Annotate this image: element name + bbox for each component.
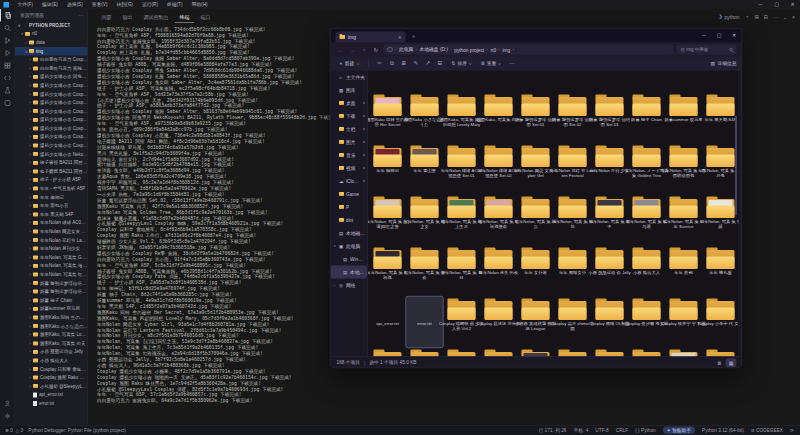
breadcrumb-item[interactable]: python project	[453, 47, 485, 53]
file-tile[interactable]: 年年 旗袍	[665, 246, 702, 297]
panel-tab[interactable]: 终端	[175, 12, 194, 23]
file-tile[interactable]: 年年Nolan, 写真 集 插花	[554, 195, 591, 246]
nav-item[interactable]: 图库	[331, 84, 368, 97]
file-tile[interactable]: 年年Nolan, 写真 集 [幻境]回忆之茶	[369, 195, 406, 246]
tree-item[interactable]: › 年年 面包小丑	[15, 201, 88, 210]
tree-item[interactable]: › 妖薑 蟹朝运梦浮仙侣图 Set.01	[15, 279, 88, 288]
close-panel-icon[interactable]: ×	[792, 14, 795, 20]
file-tile[interactable]: 小酋 狐仙大人	[628, 246, 665, 297]
tree-item[interactable]: api_error.txt	[15, 391, 88, 400]
back-icon[interactable]: ←	[336, 47, 345, 53]
file-tile[interactable]: Cosplay 雅图 Raku 蛛丝黑色	[554, 348, 591, 357]
close-icon[interactable]: ✕	[785, 0, 800, 9]
tree-item[interactable]: › 爆机少女喵小吉 同兔黑月 Ne..	[15, 73, 88, 82]
file-tile[interactable]: Cosplay 小仓千 代 女仆	[702, 297, 739, 348]
tree-item[interactable]: › 爆机少女喵小吉 Cosplay 黑兔	[15, 90, 88, 99]
file-tile[interactable]: 雅图Kaku 回转 生の秘密 Her Secret	[369, 93, 406, 144]
file-tile[interactable]: 年年Nolan 球球 AC08 报恩使 Set.02	[480, 144, 517, 195]
split-terminal-icon[interactable]: ⊞	[754, 14, 758, 20]
tree-item[interactable]: › 雅图Kaku 小さな恋のうた	[15, 322, 88, 331]
file-tile[interactable]: Cosplay 奈汐酱 兔女郎	[628, 297, 665, 348]
tree-item[interactable]: › 白白爱吃巧克力 Cosplay 关小雨	[15, 55, 88, 64]
tree-item[interactable]: › 年年Nolan, 写真集 红玫瑰茶会	[15, 270, 88, 279]
tree-item[interactable]: › 爆机少女喵小吉 Cosplay 礼服	[15, 98, 88, 107]
file-tile[interactable]: 年年 女仆装	[517, 246, 554, 297]
file-tile[interactable]: 年年Nolan, 写真 集 朝颜	[702, 195, 739, 246]
tree-item[interactable]: › 妖薑 蟹朝运梦浮仙侣图 Set.02	[15, 287, 88, 296]
file-tile[interactable]: 雅图Kaku 小さな恋のうた	[406, 93, 443, 144]
close-icon[interactable]: ✕	[727, 29, 742, 42]
file-tile[interactable]: 妖薑 蟹朝运梦浮 仙侣图 Set.01	[517, 93, 554, 144]
file-tile[interactable]: 年年Nolan 花灯 节 Lantern Festival	[554, 144, 591, 195]
search-input[interactable]: 在 img 中搜索	[677, 45, 737, 55]
new-button[interactable]: 新建∨	[336, 59, 364, 69]
close-tab-icon[interactable]: ✕	[398, 34, 402, 39]
copy-icon[interactable]: ⧉	[386, 60, 398, 67]
new-terminal-icon[interactable]: ＋	[744, 13, 749, 20]
tree-item[interactable]: ∨ img	[15, 47, 88, 56]
panel-tab[interactable]: 输出	[118, 12, 137, 23]
panel-tab[interactable]: 端口	[196, 12, 215, 23]
list-view-icon[interactable]: ≣	[715, 359, 724, 367]
terminal-process-label[interactable]: python	[719, 14, 740, 20]
codegeex-icon[interactable]	[0, 97, 15, 110]
file-tile[interactable]: 年年Nolan 球球 AC08 报恩使 Set.01	[443, 144, 480, 195]
file-tile[interactable]: 年年Nolan 网恋 女友 Cyber Girl	[517, 144, 554, 195]
status-item[interactable]: ⟳	[790, 428, 794, 434]
status-item[interactable]: Python 3.12 (64-bit)	[702, 428, 744, 434]
new-tab-icon[interactable]: ＋	[411, 31, 417, 40]
nav-item[interactable]: dini	[331, 214, 368, 227]
tree-item[interactable]: › 爆机少女喵小吉 NekoKoyoshi..	[15, 150, 88, 159]
maximize-icon[interactable]: ▢	[712, 29, 727, 42]
file-tile[interactable]: 年年Nolan, 写真 集 春子	[591, 195, 628, 246]
breadcrumb[interactable]: › 此电脑›本地磁盘 (D:)›python project›rt0›img›	[384, 45, 674, 55]
menu-item[interactable]: 文件(F)	[13, 0, 38, 9]
file-tile[interactable]: Cosplay 爆机少 女喵小吉 啪啪的 一天 无修正	[443, 348, 480, 357]
file-tile[interactable]: 年年Nolan, 写真 集 演员	[517, 195, 554, 246]
menu-item[interactable]: 帮助(H)	[187, 0, 212, 9]
status-item[interactable]: { } Python	[635, 428, 656, 434]
tree-item[interactable]: › Cosplay 日和董 雷电将军	[15, 365, 88, 374]
file-tile[interactable]: 雅图Kaku, 写真集 白天	[480, 93, 517, 144]
tree-item[interactable]: › 小酋 狐仙大人	[15, 356, 88, 365]
tree-item[interactable]: ∨ PYTHON PROJECT	[15, 21, 88, 30]
menu-item[interactable]: 查看(V)	[87, 0, 112, 9]
nav-item[interactable]: Windows-XOS (C:)	[331, 253, 368, 266]
more-actions-icon[interactable]: ⋯	[773, 14, 778, 20]
tree-item[interactable]: › 爆机少女喵小吉 Cosplay 兔女郎	[15, 81, 88, 90]
rename-icon[interactable]: ✎	[410, 60, 422, 67]
tree-item[interactable]: › 年年 - 空气直角裤 A5P	[15, 184, 88, 193]
sort-button[interactable]: ⇅排序∨	[448, 59, 475, 69]
tree-item[interactable]: › 年年Nolan, 写真集 Golden Tree	[15, 253, 88, 262]
file-tile[interactable]: 妖薑 蟹朝运梦浮 仙侣图 Set.02	[554, 93, 591, 144]
file-tile[interactable]: 雅图Kaku, 写真集 风起的回想 Lovely Mary	[443, 93, 480, 144]
minimize-icon[interactable]: ─	[753, 0, 768, 9]
extensions-icon[interactable]	[0, 59, 15, 72]
menu-item[interactable]: 选择(S)	[62, 0, 87, 9]
tree-item[interactable]: › 年年Nolan 网恋女友 Cyber Girl	[15, 227, 88, 236]
forward-icon[interactable]: →	[348, 47, 357, 53]
file-tile[interactable]: 年年 御神记	[369, 144, 406, 195]
tree-item[interactable]: › 小酋 憨憨运动会 Jelly	[15, 348, 88, 357]
file-tile[interactable]: 妖薑summer 双马尾	[665, 93, 702, 144]
file-tile[interactable]: 年年 晚礼服	[702, 246, 739, 297]
file-tile[interactable]: 年年Nolan, 写真 集 红玫瑰茶会	[480, 195, 517, 246]
nav-item[interactable]: 视频	[331, 162, 368, 175]
tree-item[interactable]: › 爆机少女喵小吉 Cosplay 小恶魔	[15, 116, 88, 125]
menu-item[interactable]: 转到(G)	[112, 0, 137, 9]
tree-item[interactable]: › 爆机少女喵小吉 Cosplay Fate	[15, 141, 88, 150]
file-tile[interactable]: error.txt	[406, 297, 443, 348]
file-tile[interactable]: 年年Nolan, 写真 集 茶会	[406, 246, 443, 297]
thumbnail-view-icon[interactable]: ▦	[727, 359, 736, 367]
nav-item[interactable]: 文档	[331, 123, 368, 136]
file-tile[interactable]: 小礼服裙 @SleepyyLav1 Cosplay 黑丝	[702, 348, 739, 357]
view-button[interactable]: ≣查看∨	[477, 59, 504, 69]
file-tile[interactable]: 小酋酋 英雄联盟 模拟器 League	[517, 297, 554, 348]
testing-icon[interactable]	[0, 84, 15, 97]
tree-item[interactable]: › 妖薑 柚子 Chain	[15, 296, 88, 305]
nav-item[interactable]: 图片	[331, 136, 368, 149]
source-control-icon[interactable]	[0, 34, 15, 47]
file-tile[interactable]: 妖薑 柚子 Chain	[628, 93, 665, 144]
scrollbar[interactable]	[735, 116, 737, 216]
nav-item[interactable]: 本地磁盘 (D:)	[331, 266, 368, 279]
